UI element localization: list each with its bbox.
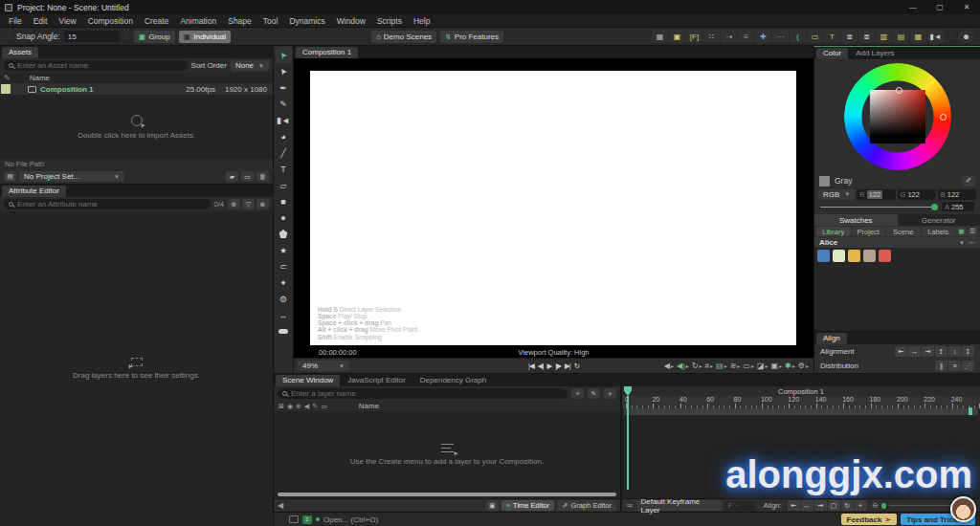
camera-icon[interactable]: ▮◄: [927, 30, 944, 43]
clear-icon[interactable]: ◀: [278, 501, 283, 510]
direct-select-tool-icon[interactable]: ➤: [276, 63, 292, 79]
list-view-icon[interactable]: ☰: [968, 227, 978, 236]
menu-item[interactable]: Scripts: [371, 16, 408, 26]
play-button[interactable]: ▶: [546, 362, 551, 370]
green-field[interactable]: G122: [898, 189, 936, 200]
project-select[interactable]: No Project Set...▼: [19, 171, 124, 182]
star-tool-icon[interactable]: ★: [276, 242, 292, 258]
tl-rotate-icon[interactable]: ↻: [841, 500, 854, 511]
palette-swatch[interactable]: [817, 250, 830, 262]
step-back-button[interactable]: ◀|: [538, 362, 544, 370]
library-tab[interactable]: Scene: [886, 227, 921, 236]
horizontal-scrollbar[interactable]: [278, 493, 616, 496]
tab-composition[interactable]: Composition 1: [296, 47, 358, 58]
align-left-icon[interactable]: ⇤: [895, 346, 907, 357]
timeline-ruler[interactable]: 020406080100120140160180200220240: [622, 396, 980, 408]
stagger-left-icon[interactable]: ≣: [841, 30, 858, 43]
bottom-panel-tab[interactable]: JavaScript Editor: [341, 375, 412, 386]
pro-features-button[interactable]: ↯ Pro Features: [440, 31, 503, 43]
work-area-bar[interactable]: [624, 408, 978, 415]
guides-icon[interactable]: #▸: [704, 362, 714, 370]
tl-distribute-icon[interactable]: +: [855, 500, 867, 511]
close-button[interactable]: ✕: [953, 0, 980, 14]
align-top-icon[interactable]: ↥: [935, 346, 947, 357]
blue-field[interactable]: B122: [938, 189, 976, 200]
alpha-field[interactable]: A255: [942, 202, 974, 211]
individual-button[interactable]: ▣ Individual: [179, 31, 231, 43]
step-forward-button[interactable]: |▶: [555, 362, 561, 370]
eyedropper-icon[interactable]: ✐: [962, 176, 975, 186]
snap-angle-field[interactable]: 15: [64, 31, 120, 42]
connect-arrow-icon[interactable]: ⇢: [721, 30, 737, 43]
tab-align[interactable]: Align: [816, 333, 847, 344]
popout-icon[interactable]: ▣: [486, 500, 499, 511]
new-window-icon[interactable]: ▭: [241, 171, 254, 182]
bottom-panel-tab[interactable]: Dependency Graph: [413, 375, 493, 386]
library-tab[interactable]: Project: [852, 227, 886, 236]
menu-item[interactable]: View: [53, 16, 81, 26]
palette-swatch[interactable]: [879, 250, 891, 262]
solo-icon[interactable]: ⊕: [296, 403, 301, 410]
bounds-icon[interactable]: ▭▸: [742, 362, 755, 370]
ruler-icon[interactable]: ▭: [807, 30, 823, 43]
keyframe-list-icon[interactable]: ≔: [626, 501, 634, 510]
asset-color-swatch[interactable]: [1, 84, 11, 94]
filter-icon[interactable]: ▽: [242, 199, 255, 209]
trash-icon[interactable]: 🗑: [256, 171, 269, 182]
render-icon[interactable]: ▭: [321, 403, 327, 410]
tl-align-box-icon[interactable]: ▢: [828, 500, 840, 511]
distribute-h-icon[interactable]: ∥: [935, 361, 947, 371]
brush-icon[interactable]: ✎: [588, 388, 600, 399]
align-bottom-icon[interactable]: ↧: [962, 346, 974, 357]
layer-search-input[interactable]: [291, 389, 563, 398]
cross-shape-tool-icon[interactable]: ✦: [276, 274, 292, 291]
pin-icon[interactable]: ✎: [4, 74, 11, 82]
feedback-button[interactable]: Feedback ➣: [841, 514, 898, 525]
timeline-tracks[interactable]: alonggjx.com: [622, 415, 980, 498]
menu-item[interactable]: File: [3, 16, 28, 26]
clear-cache-icon[interactable]: ◀▸: [663, 362, 675, 370]
demo-scenes-button[interactable]: ⌂ Demo Scenes: [371, 31, 436, 43]
duplicate-icon[interactable]: ▣▸: [770, 362, 784, 370]
timeline-zoom-slider[interactable]: [889, 505, 952, 506]
grid-icon[interactable]: ▦: [910, 30, 926, 43]
arc-tool-icon[interactable]: ⊂: [276, 258, 292, 274]
composition-canvas[interactable]: Hold S Direct Layer SelectionSpace Play/…: [310, 71, 796, 345]
saturation-value-square[interactable]: [870, 90, 925, 143]
search-settings-icon[interactable]: ⊕: [228, 199, 240, 209]
current-color-swatch[interactable]: [819, 176, 830, 186]
tab-assets[interactable]: Assets: [2, 47, 38, 58]
attribute-search-input[interactable]: [17, 200, 206, 208]
menu-item[interactable]: Help: [408, 16, 435, 26]
account-icon[interactable]: ☻: [958, 30, 974, 43]
pencil-tool-icon[interactable]: ✎: [276, 96, 292, 112]
viewport-settings-icon[interactable]: ⚙▸: [797, 362, 810, 370]
palette-swatch[interactable]: [863, 250, 876, 262]
sv-handle[interactable]: [896, 87, 902, 94]
line-tool-icon[interactable]: ╱: [276, 144, 292, 161]
color-panel-tab[interactable]: Color: [816, 48, 848, 59]
align-right-icon[interactable]: ⇥: [922, 346, 934, 357]
grid-view-icon[interactable]: ▦: [956, 227, 967, 236]
lock-icon[interactable]: ⊠: [278, 403, 284, 410]
color-panel-tab[interactable]: Add Layers: [849, 48, 901, 59]
timeline-zoom-handle[interactable]: [881, 503, 886, 509]
go-to-start-button[interactable]: |◀: [528, 362, 534, 370]
layer-search[interactable]: [278, 388, 568, 399]
arc-icon[interactable]: (: [790, 30, 806, 43]
alpha-slider[interactable]: [820, 207, 938, 208]
asset-search[interactable]: [4, 60, 188, 71]
frame-layer-icon[interactable]: [F]: [686, 30, 702, 43]
menu-item[interactable]: Edit: [28, 16, 54, 26]
ellipse-tool-icon[interactable]: ●: [276, 209, 292, 226]
assets-empty-area[interactable]: Double click here to import Assets.: [0, 95, 273, 159]
sort-order-select[interactable]: None▼: [231, 60, 269, 71]
chat-icon[interactable]: [289, 515, 299, 523]
palette-swatch[interactable]: [833, 250, 845, 262]
menu-item[interactable]: Animation: [174, 16, 222, 26]
distribute-v-icon[interactable]: ≡: [948, 361, 961, 371]
tl-align-right-icon[interactable]: ⇥: [814, 500, 827, 511]
hue-handle[interactable]: [940, 114, 947, 121]
minimize-button[interactable]: —: [900, 0, 926, 14]
open-folder-icon[interactable]: ▰: [226, 171, 238, 182]
